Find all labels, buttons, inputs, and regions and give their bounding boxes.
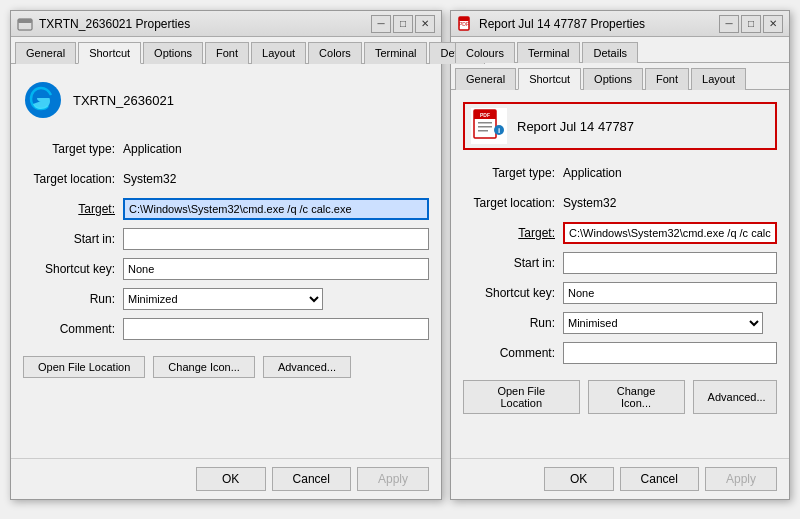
label-target-type-right: Target type: — [463, 166, 563, 180]
select-run-right[interactable]: Minimised — [563, 312, 763, 334]
label-target-location-right: Target location: — [463, 196, 563, 210]
apply-button-right[interactable]: Apply — [705, 467, 777, 491]
form-row-target-left: Target: — [23, 198, 429, 220]
svg-rect-10 — [478, 126, 492, 128]
label-shortcut-left: Shortcut key: — [23, 262, 123, 276]
change-icon-button-left[interactable]: Change Icon... — [153, 356, 255, 378]
label-target-left: Target: — [23, 202, 123, 216]
ok-button-right[interactable]: OK — [544, 467, 614, 491]
tab-general-right[interactable]: General — [455, 68, 516, 90]
close-button[interactable]: ✕ — [415, 15, 435, 33]
tab-terminal-right[interactable]: Terminal — [517, 42, 581, 63]
left-tabs-row: General Shortcut Options Font Layout Col… — [11, 37, 441, 64]
app-icon-left — [23, 80, 63, 120]
tab-layout-right[interactable]: Layout — [691, 68, 746, 90]
action-buttons-left: Open File Location Change Icon... Advanc… — [23, 356, 429, 378]
svg-rect-1 — [18, 19, 32, 23]
form-row-comment-right: Comment: — [463, 342, 777, 364]
input-target-right[interactable] — [563, 222, 777, 244]
form-row-start-in-right: Start in: — [463, 252, 777, 274]
right-window-title: Report Jul 14 47787 Properties — [479, 17, 645, 31]
tab-colors-left[interactable]: Colors — [308, 42, 362, 64]
svg-rect-11 — [478, 130, 488, 132]
open-file-location-button-left[interactable]: Open File Location — [23, 356, 145, 378]
label-comment-left: Comment: — [23, 322, 123, 336]
right-tabs-row1: Colours Terminal Details — [451, 37, 789, 63]
ok-button-left[interactable]: OK — [196, 467, 266, 491]
open-file-location-button-right[interactable]: Open File Location — [463, 380, 580, 414]
apply-button-left[interactable]: Apply — [357, 467, 429, 491]
app-icon-row-left: TXRTN_2636021 — [23, 76, 429, 124]
form-row-target-location-left: Target location: System32 — [23, 168, 429, 190]
tab-general-left[interactable]: General — [15, 42, 76, 64]
pdf-icon-container: PDF i — [471, 108, 507, 144]
tab-colours-right[interactable]: Colours — [455, 42, 515, 63]
tab-shortcut-left[interactable]: Shortcut — [78, 42, 141, 64]
advanced-button-left[interactable]: Advanced... — [263, 356, 351, 378]
left-window-title: TXRTN_2636021 Properties — [39, 17, 190, 31]
change-icon-button-right[interactable]: Change Icon... — [588, 380, 685, 414]
tab-layout-left[interactable]: Layout — [251, 42, 306, 64]
svg-rect-9 — [478, 122, 492, 124]
label-target-location-left: Target location: — [23, 172, 123, 186]
minimize-button[interactable]: ─ — [371, 15, 391, 33]
left-window: TXRTN_2636021 Properties ─ □ ✕ General S… — [10, 10, 442, 500]
maximize-button[interactable]: □ — [393, 15, 413, 33]
form-row-shortcut-right: Shortcut key: — [463, 282, 777, 304]
tab-options-right[interactable]: Options — [583, 68, 643, 90]
form-row-comment-left: Comment: — [23, 318, 429, 340]
tab-shortcut-right[interactable]: Shortcut — [518, 68, 581, 90]
input-start-in-left[interactable] — [123, 228, 429, 250]
cancel-button-left[interactable]: Cancel — [272, 467, 351, 491]
value-target-type-right: Application — [563, 166, 622, 180]
input-comment-right[interactable] — [563, 342, 777, 364]
select-run-left[interactable]: Minimized — [123, 288, 323, 310]
right-title-bar: PDF Report Jul 14 47787 Properties ─ □ ✕ — [451, 11, 789, 37]
label-target-type-left: Target type: — [23, 142, 123, 156]
label-run-right: Run: — [463, 316, 563, 330]
tab-font-left[interactable]: Font — [205, 42, 249, 64]
input-target-left[interactable] — [123, 198, 429, 220]
form-row-target-right: Target: — [463, 222, 777, 244]
value-target-location-left: System32 — [123, 172, 176, 186]
right-close-button[interactable]: ✕ — [763, 15, 783, 33]
app-name-right: Report Jul 14 47787 — [517, 119, 634, 134]
form-row-target-location-right: Target location: System32 — [463, 192, 777, 214]
form-row-start-in-left: Start in: — [23, 228, 429, 250]
right-window-icon: PDF — [457, 16, 473, 32]
input-shortcut-right[interactable] — [563, 282, 777, 304]
label-start-in-right: Start in: — [463, 256, 563, 270]
app-icon-row-right: PDF i Report Jul 14 47787 — [463, 102, 777, 150]
form-row-target-type-left: Target type: Application — [23, 138, 429, 160]
advanced-button-right[interactable]: Advanced... — [693, 380, 777, 414]
input-comment-left[interactable] — [123, 318, 429, 340]
cancel-button-right[interactable]: Cancel — [620, 467, 699, 491]
tab-options-left[interactable]: Options — [143, 42, 203, 64]
input-start-in-right[interactable] — [563, 252, 777, 274]
title-bar-left: TXRTN_2636021 Properties — [17, 16, 190, 32]
right-maximize-button[interactable]: □ — [741, 15, 761, 33]
right-content: PDF i Report Jul 14 47787 Target type: A… — [451, 90, 789, 458]
svg-text:i: i — [498, 126, 500, 135]
label-comment-right: Comment: — [463, 346, 563, 360]
tab-font-right[interactable]: Font — [645, 68, 689, 90]
input-shortcut-left[interactable] — [123, 258, 429, 280]
form-row-run-right: Run: Minimised — [463, 312, 777, 334]
form-row-shortcut-left: Shortcut key: — [23, 258, 429, 280]
value-target-location-right: System32 — [563, 196, 616, 210]
title-buttons: ─ □ ✕ — [371, 15, 435, 33]
form-row-target-type-right: Target type: Application — [463, 162, 777, 184]
action-buttons-right: Open File Location Change Icon... Advanc… — [463, 380, 777, 414]
right-window: PDF Report Jul 14 47787 Properties ─ □ ✕… — [450, 10, 790, 500]
right-title-buttons: ─ □ ✕ — [719, 15, 783, 33]
label-target-right: Target: — [463, 226, 563, 240]
right-minimize-button[interactable]: ─ — [719, 15, 739, 33]
left-content: TXRTN_2636021 Target type: Application T… — [11, 64, 441, 458]
tab-details-right[interactable]: Details — [582, 42, 638, 63]
svg-text:PDF: PDF — [480, 112, 490, 118]
label-start-in-left: Start in: — [23, 232, 123, 246]
left-title-bar: TXRTN_2636021 Properties ─ □ ✕ — [11, 11, 441, 37]
tab-terminal-left[interactable]: Terminal — [364, 42, 428, 64]
bottom-buttons-right: OK Cancel Apply — [451, 458, 789, 499]
value-target-type-left: Application — [123, 142, 182, 156]
